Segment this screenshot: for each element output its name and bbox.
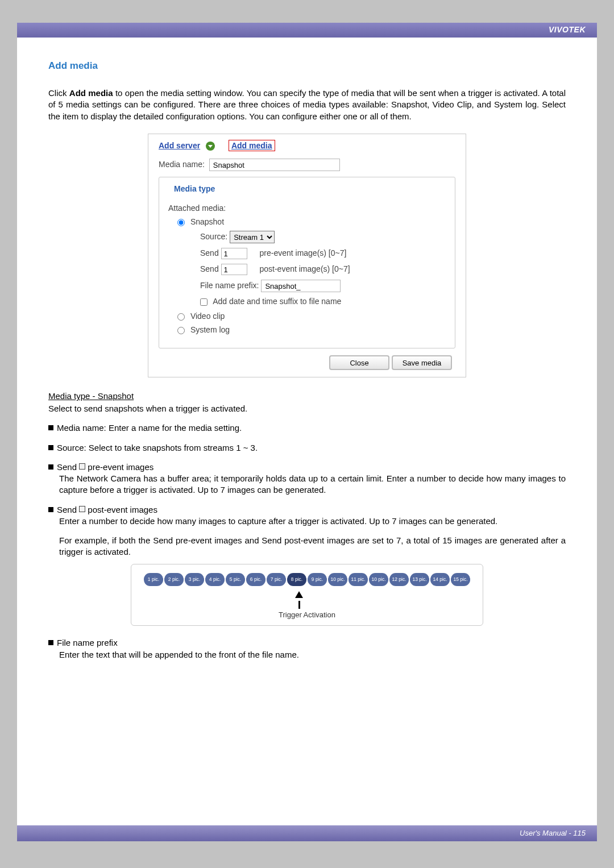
intro-paragraph: Click Add media to open the media settin… bbox=[48, 88, 566, 122]
image-frame: 15 pic. bbox=[451, 573, 470, 586]
checkbox-icon bbox=[79, 463, 85, 470]
li5-head: File name prefix bbox=[57, 638, 118, 647]
li2-text: Source: Select to take snapshots from st… bbox=[57, 443, 258, 452]
send-post-label: Send bbox=[200, 264, 219, 273]
section-title: Add media bbox=[48, 60, 566, 72]
post-event-count-input[interactable] bbox=[221, 264, 247, 275]
media-name-input[interactable] bbox=[209, 159, 340, 171]
source-label: Source: bbox=[200, 232, 227, 241]
pre-event-count-input[interactable] bbox=[221, 248, 247, 259]
bullet-icon bbox=[48, 445, 53, 450]
image-frame: 3 pic. bbox=[185, 573, 204, 586]
add-media-link[interactable]: Add media bbox=[229, 140, 275, 151]
image-frame: 13 pic. bbox=[410, 573, 429, 586]
li3-prefix: Send bbox=[57, 462, 79, 472]
system-log-radio-label: System log bbox=[190, 325, 230, 334]
li5-body: Enter the text that will be appended to … bbox=[59, 649, 566, 661]
image-frame: 2 pic. bbox=[164, 573, 184, 586]
list-item: Send post-event images Enter a number to… bbox=[48, 504, 566, 626]
media-settings-panel: Add server Add media Media name: Media t… bbox=[148, 134, 466, 377]
add-date-label: Add date and time suffix to file name bbox=[213, 297, 341, 306]
image-sequence-diagram: 1 pic.2 pic.3 pic.4 pic.5 pic.6 pic.7 pi… bbox=[131, 564, 483, 626]
li3-suffix: pre-event images bbox=[85, 462, 154, 472]
checkbox-icon bbox=[79, 506, 85, 512]
chevron-down-icon[interactable] bbox=[206, 142, 215, 151]
bullet-icon bbox=[48, 507, 53, 512]
list-item: File name prefix Enter the text that wil… bbox=[48, 637, 566, 661]
snapshot-radio[interactable] bbox=[177, 219, 185, 226]
file-prefix-label: File name prefix: bbox=[200, 281, 259, 290]
bullet-icon bbox=[48, 425, 53, 430]
arrow-stem bbox=[298, 601, 300, 609]
image-frame: 9 pic. bbox=[308, 573, 327, 586]
system-log-radio[interactable] bbox=[177, 327, 185, 334]
add-date-checkbox[interactable] bbox=[200, 298, 208, 306]
li4-body2: For example, if both the Send pre-event … bbox=[59, 535, 566, 558]
footer-page-number: User's Manual - 115 bbox=[17, 825, 597, 841]
intro-prefix: Click bbox=[48, 88, 69, 98]
list-item: Send pre-event images The Network Camera… bbox=[48, 462, 566, 496]
li3-body: The Network Camera has a buffer area; it… bbox=[59, 473, 566, 496]
image-frame: 11 pic. bbox=[349, 573, 368, 586]
post-event-suffix: post-event image(s) [0~7] bbox=[259, 264, 350, 273]
intro-suffix: to open the media setting window. You ca… bbox=[48, 88, 566, 121]
list-item: Media name: Enter a name for the media s… bbox=[48, 422, 566, 434]
snapshot-description: Select to send snapshots when a trigger … bbox=[48, 403, 566, 414]
send-pre-label: Send bbox=[200, 248, 219, 258]
image-frame: 1 pic. bbox=[144, 573, 163, 586]
bullet-icon bbox=[48, 464, 53, 470]
trigger-activation-label: Trigger Activation bbox=[143, 610, 471, 620]
intro-bold: Add media bbox=[69, 88, 113, 98]
list-item: Source: Select to take snapshots from st… bbox=[48, 442, 566, 454]
image-frame: 14 pic. bbox=[430, 573, 450, 586]
image-frame: 8 pic. bbox=[287, 573, 306, 586]
video-clip-radio[interactable] bbox=[177, 313, 185, 321]
media-type-legend: Media type bbox=[171, 184, 218, 193]
li4-suffix: post-event images bbox=[85, 505, 157, 514]
image-frame: 10 pic. bbox=[369, 573, 388, 586]
image-frame: 10 pic. bbox=[328, 573, 347, 586]
image-frame: 12 pic. bbox=[389, 573, 409, 586]
brand-header: VIVOTEK bbox=[17, 23, 597, 38]
save-media-button[interactable]: Save media bbox=[392, 355, 452, 370]
arrow-up-icon bbox=[295, 591, 303, 598]
video-clip-radio-label: Video clip bbox=[190, 312, 225, 321]
source-select[interactable]: Stream 1 bbox=[230, 231, 275, 243]
image-frame: 5 pic. bbox=[226, 573, 245, 586]
image-frame: 4 pic. bbox=[205, 573, 225, 586]
li4-body: Enter a number to decide how many images… bbox=[59, 516, 566, 527]
attached-media-label: Attached media: bbox=[168, 203, 446, 213]
li1-text: Media name: Enter a name for the media s… bbox=[57, 423, 242, 433]
add-server-link[interactable]: Add server bbox=[159, 141, 200, 150]
image-frame: 7 pic. bbox=[267, 573, 286, 586]
file-prefix-input[interactable] bbox=[261, 280, 341, 292]
bullet-icon bbox=[48, 640, 53, 645]
close-button[interactable]: Close bbox=[329, 355, 389, 370]
image-frame: 6 pic. bbox=[246, 573, 265, 586]
snapshot-heading: Media type - Snapshot bbox=[48, 391, 566, 401]
li4-prefix: Send bbox=[57, 505, 79, 514]
snapshot-radio-label: Snapshot bbox=[190, 217, 224, 226]
pre-event-suffix: pre-event image(s) [0~7] bbox=[259, 248, 346, 258]
media-name-label: Media name: bbox=[159, 160, 205, 169]
